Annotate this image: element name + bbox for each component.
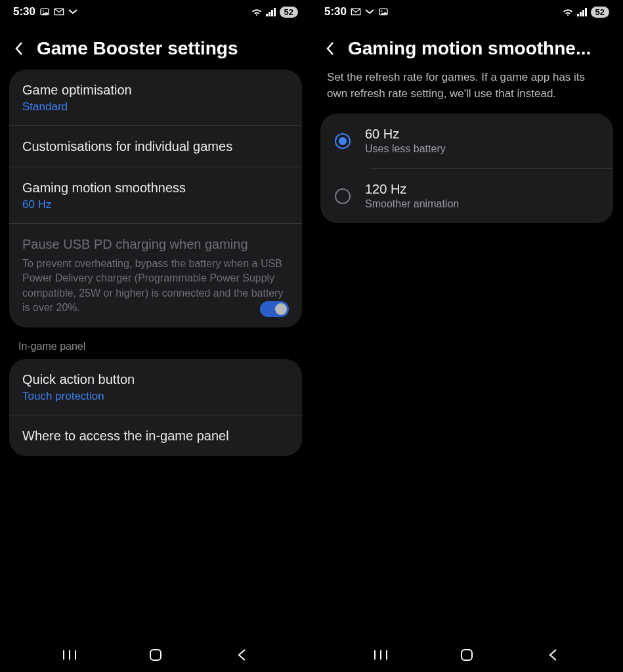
page-header: Game Booster settings: [0, 22, 311, 70]
nav-recents[interactable]: [372, 646, 389, 663]
svg-point-11: [381, 10, 383, 12]
svg-rect-12: [577, 14, 579, 16]
back-button[interactable]: [13, 43, 25, 54]
svg-rect-14: [582, 10, 584, 16]
settings-card-2: Quick action button Touch protection Whe…: [9, 359, 302, 456]
nav-home[interactable]: [147, 646, 164, 663]
back-button[interactable]: [324, 43, 336, 54]
row-value: 60 Hz: [22, 198, 289, 211]
nav-recents[interactable]: [61, 646, 78, 663]
svg-rect-5: [274, 8, 276, 16]
status-time: 5:30: [13, 5, 35, 18]
settings-card-1: Game optimisation Standard Customisation…: [9, 70, 302, 327]
svg-rect-9: [150, 650, 161, 660]
nav-back[interactable]: [544, 646, 561, 663]
page-header: Gaming motion smoothne...: [311, 22, 622, 70]
image-icon: [378, 7, 389, 17]
gmail-icon: [351, 7, 361, 16]
battery-indicator: 52: [280, 7, 298, 18]
refresh-rate-card: 60 Hz Uses less battery 120 Hz Smoother …: [320, 114, 613, 223]
page-title: Game Booster settings: [37, 38, 298, 59]
page-description: Set the refresh rate for games. If a gam…: [311, 70, 622, 114]
row-title: Gaming motion smoothness: [22, 179, 289, 196]
row-value: Touch protection: [22, 390, 289, 403]
svg-rect-2: [266, 14, 268, 16]
row-title: Where to access the in-game panel: [22, 427, 289, 444]
phone-right: 5:30 52 Gaming motion smoothne...: [311, 0, 622, 672]
option-60hz[interactable]: 60 Hz Uses less battery: [320, 114, 613, 168]
nav-back[interactable]: [233, 646, 250, 663]
option-title: 60 Hz: [365, 127, 446, 142]
more-icon: [365, 9, 374, 14]
status-bar: 5:30 52: [311, 0, 622, 22]
svg-point-1: [43, 10, 44, 12]
row-where-access[interactable]: Where to access the in-game panel: [9, 415, 302, 456]
row-game-optimisation[interactable]: Game optimisation Standard: [9, 70, 302, 126]
nav-bar: [0, 640, 311, 672]
row-title: Customisations for individual games: [22, 138, 289, 155]
signal-icon: [266, 7, 276, 16]
radio-indicator[interactable]: [335, 133, 351, 149]
option-120hz[interactable]: 120 Hz Smoother animation: [320, 169, 613, 223]
wifi-icon: [251, 7, 263, 16]
svg-rect-13: [580, 12, 582, 16]
status-time: 5:30: [324, 5, 347, 18]
row-title: Quick action button: [22, 371, 289, 388]
svg-rect-4: [271, 10, 273, 16]
toggle-switch[interactable]: [260, 301, 289, 317]
row-quick-action[interactable]: Quick action button Touch protection: [9, 359, 302, 415]
battery-indicator: 52: [591, 7, 609, 18]
option-subtitle: Uses less battery: [365, 143, 446, 155]
svg-rect-19: [462, 650, 472, 660]
row-pause-usb-pd[interactable]: Pause USB PD charging when gaming To pre…: [9, 224, 302, 327]
nav-home[interactable]: [458, 646, 475, 663]
image-icon: [39, 7, 50, 17]
gmail-icon: [54, 7, 64, 16]
option-title: 120 Hz: [365, 182, 459, 197]
signal-icon: [577, 7, 588, 16]
row-description: To prevent overheating, bypass the batte…: [22, 257, 289, 316]
svg-rect-15: [585, 8, 587, 16]
row-value: Standard: [22, 100, 289, 114]
svg-rect-3: [269, 12, 270, 16]
phone-left: 5:30 52 Game Booster settings: [0, 0, 311, 672]
status-bar: 5:30 52: [0, 0, 311, 22]
wifi-icon: [562, 7, 574, 16]
page-title: Gaming motion smoothne...: [348, 38, 609, 59]
row-motion-smoothness[interactable]: Gaming motion smoothness 60 Hz: [9, 167, 302, 224]
nav-bar: [311, 640, 622, 672]
more-icon: [68, 9, 77, 14]
row-customisations[interactable]: Customisations for individual games: [9, 126, 302, 167]
row-title: Pause USB PD charging when gaming: [22, 236, 289, 253]
option-subtitle: Smoother animation: [365, 198, 459, 210]
radio-indicator[interactable]: [335, 188, 351, 204]
row-title: Game optimisation: [22, 81, 289, 98]
section-label-ingame: In-game panel: [0, 327, 311, 359]
